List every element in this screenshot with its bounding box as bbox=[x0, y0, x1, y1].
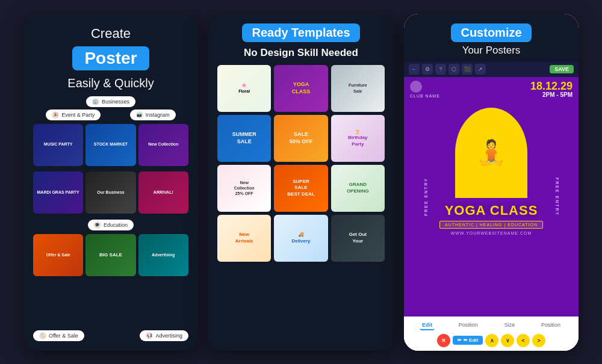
category-advertising[interactable]: 📢 Advertising bbox=[140, 330, 188, 341]
category-row-1: 🏢 Businesses bbox=[33, 96, 188, 107]
tab-position2[interactable]: Position bbox=[539, 321, 563, 330]
bottom-actions: ✕ ✏ ✏ Edit ∧ ∨ < > bbox=[409, 334, 574, 347]
close-button[interactable]: ✕ bbox=[437, 334, 450, 347]
bottom-tabs: Edit Position Size Position bbox=[409, 321, 574, 330]
template-sale[interactable]: SALE50% OFF bbox=[274, 115, 327, 162]
back-icon[interactable]: ← bbox=[409, 64, 420, 75]
card1-subtitle: Easily & Quickly bbox=[33, 76, 188, 90]
poster-sale-text: BIG SALE bbox=[98, 251, 123, 259]
layers-icon[interactable]: ⬡ bbox=[448, 64, 459, 75]
instagram-icon: 📷 bbox=[136, 111, 143, 119]
edit-button[interactable]: ✏ ✏ Edit bbox=[453, 336, 483, 345]
phone-screen: ← ⚙ ? ⬡ ⬛ ↗ SAVE FREE ENTRY FREE ENTRY C… bbox=[404, 61, 579, 351]
yoga-figure: 🧘 bbox=[455, 108, 527, 198]
poster-offer-text: Offer & Sale bbox=[45, 251, 72, 259]
businesses-icon: 🏢 bbox=[92, 98, 99, 105]
yoga-tagline: AUTHENTIC | HEALING | EDUCATION bbox=[439, 221, 543, 229]
poster-arrival[interactable]: ARRIVAL! bbox=[138, 171, 188, 214]
template-floral[interactable]: 🌸Floral bbox=[217, 65, 271, 112]
edit-label: ✏ Edit bbox=[464, 338, 478, 343]
template-getyour[interactable]: Get OutYour bbox=[331, 215, 385, 262]
poster-music[interactable]: MUSIC PARTY bbox=[33, 124, 83, 166]
download-icon[interactable]: ⬛ bbox=[462, 64, 473, 75]
template-birthday[interactable]: 🎂BirthdayParty bbox=[331, 115, 385, 162]
template-grand[interactable]: GRANDOPENING bbox=[331, 165, 385, 212]
template-furniture[interactable]: FurnitureSale bbox=[331, 65, 385, 112]
poster-adv-text: Advertising bbox=[150, 251, 176, 259]
card3-customize: Customize Your Posters ← ⚙ ? ⬡ ⬛ ↗ SAVE … bbox=[404, 14, 579, 351]
poster-stock[interactable]: STOCK MARKET bbox=[85, 124, 135, 166]
tab-size[interactable]: Size bbox=[502, 321, 518, 330]
category-row-2: 🎉 Event & Party 📷 Instagram bbox=[33, 110, 188, 120]
poster-offer[interactable]: Offer & Sale bbox=[33, 234, 83, 276]
poster-stock-text: STOCK MARKET bbox=[93, 141, 129, 148]
tab-edit[interactable]: Edit bbox=[420, 321, 435, 330]
yoga-top-bar: CLUB NAME 18.12.29 2PM - 5PM bbox=[404, 77, 579, 102]
poster-mardi-text: MARDI GRAS PARTY bbox=[36, 189, 81, 196]
category-businesses[interactable]: 🏢 Businesses bbox=[86, 96, 135, 107]
category-event-party[interactable]: 🎉 Event & Party bbox=[46, 110, 101, 120]
card1-poster-badge: Poster bbox=[72, 46, 149, 70]
card1-posters-grid: MUSIC PARTY STOCK MARKET New Collection … bbox=[33, 124, 188, 218]
card3-subtitle: Your Posters bbox=[414, 45, 569, 57]
template-supersale[interactable]: SUPERSALEBEST DEAL bbox=[274, 165, 327, 212]
poster-sale[interactable]: BIG SALE bbox=[85, 234, 135, 276]
card2-badge: Ready Templates bbox=[242, 23, 359, 42]
card1-bottom-posters: Offer & Sale BIG SALE Advertising bbox=[33, 234, 188, 328]
template-delivery-text: 🚚Delivery bbox=[290, 230, 311, 245]
yoga-class-title: YOGA CLASS bbox=[445, 203, 538, 218]
nav-left-button[interactable]: < bbox=[517, 334, 530, 347]
save-button[interactable]: SAVE bbox=[550, 65, 574, 73]
template-collection[interactable]: NewCollection25% OFF bbox=[217, 165, 271, 212]
tab-position[interactable]: Position bbox=[456, 321, 480, 330]
template-new-arrivals-text: NewArrivals bbox=[234, 230, 255, 245]
settings-icon[interactable]: ⚙ bbox=[422, 64, 433, 75]
main-container: Create Poster Easily & Quickly 🏢 Busines… bbox=[0, 0, 602, 364]
poster-mardi[interactable]: MARDI GRAS PARTY bbox=[33, 171, 83, 214]
advertising-icon: 📢 bbox=[146, 332, 153, 339]
template-yoga[interactable]: YOGACLASS bbox=[274, 65, 327, 112]
pencil-icon: ✏ bbox=[458, 338, 462, 343]
card3-badge: Customize bbox=[451, 23, 531, 42]
phone-bottom-bar: Edit Position Size Position ✕ ✏ ✏ Edit ∧… bbox=[404, 316, 579, 351]
education-icon: 🎓 bbox=[94, 221, 101, 229]
yoga-time: 2PM - 5PM bbox=[530, 91, 573, 98]
nav-up-button[interactable]: ∧ bbox=[485, 334, 498, 347]
template-floral-text: 🌸Floral bbox=[237, 81, 251, 94]
poster-music-text: MUSIC PARTY bbox=[43, 141, 74, 148]
template-yoga-text: YOGACLASS bbox=[291, 80, 312, 96]
template-summer-text: SUMMERSALE bbox=[231, 130, 258, 146]
category-row-3: 🎓 Education bbox=[33, 220, 188, 230]
category-row-4: 🏷️ Offer & Sale 📢 Advertising bbox=[33, 330, 188, 341]
yoga-date: 18.12.29 bbox=[530, 81, 573, 91]
card2-templates: Ready Templates No Design Skill Needed 🌸… bbox=[208, 14, 394, 351]
template-getyour-text: Get OutYour bbox=[348, 230, 368, 245]
template-sale-text: SALE50% OFF bbox=[288, 130, 314, 146]
category-instagram[interactable]: 📷 Instagram bbox=[130, 110, 176, 120]
date-info: 18.12.29 2PM - 5PM bbox=[530, 81, 573, 98]
template-delivery[interactable]: 🚚Delivery bbox=[274, 215, 327, 262]
category-offer-sale[interactable]: 🏷️ Offer & Sale bbox=[33, 330, 84, 341]
card3-header: Customize Your Posters bbox=[404, 14, 579, 61]
nav-down-button[interactable]: ∨ bbox=[501, 334, 514, 347]
template-grand-text: GRANDOPENING bbox=[346, 180, 370, 196]
help-icon[interactable]: ? bbox=[435, 64, 446, 75]
share-icon[interactable]: ↗ bbox=[475, 64, 486, 75]
poster-business[interactable]: Our Business bbox=[85, 171, 135, 214]
template-collection-text: NewCollection25% OFF bbox=[233, 179, 256, 197]
template-supersale-text: SUPERSALEBEST DEAL bbox=[286, 177, 315, 199]
card1-title: Create bbox=[33, 26, 188, 42]
card2-subheader: No Design Skill Needed bbox=[217, 47, 385, 59]
nav-right-button[interactable]: > bbox=[532, 334, 545, 347]
offer-icon: 🏷️ bbox=[39, 332, 46, 339]
poster-advertising[interactable]: Advertising bbox=[138, 234, 188, 276]
poster-fashion[interactable]: New Collection bbox=[138, 124, 188, 166]
phone-toolbar: ← ⚙ ? ⬡ ⬛ ↗ SAVE bbox=[404, 61, 579, 77]
category-education[interactable]: 🎓 Education bbox=[88, 220, 134, 230]
club-name: CLUB NAME bbox=[410, 94, 440, 98]
poster-business-text: Our Business bbox=[96, 189, 126, 196]
yoga-poster-preview: FREE ENTRY FREE ENTRY CLUB NAME 18.12.29… bbox=[404, 77, 579, 316]
template-new-arrivals[interactable]: NewArrivals bbox=[217, 215, 271, 262]
template-summer[interactable]: SUMMERSALE bbox=[217, 115, 271, 162]
poster-fashion-text: New Collection bbox=[147, 141, 179, 148]
